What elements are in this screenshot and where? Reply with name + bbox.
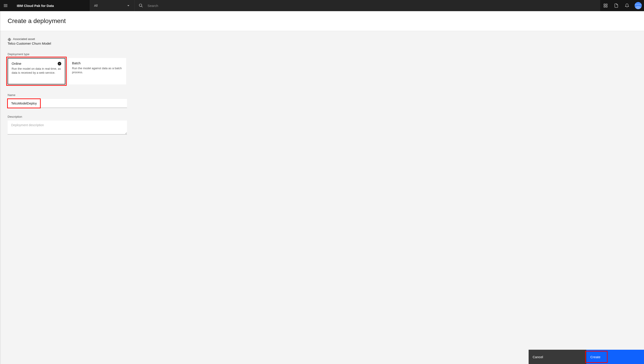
bell-icon[interactable] — [622, 0, 632, 11]
chevron-down-icon — [127, 4, 130, 7]
deployment-card-batch[interactable]: Batch Run the model against data as a ba… — [68, 58, 126, 84]
description-section: Description — [8, 115, 636, 135]
card-title-batch: Batch — [72, 61, 81, 65]
avatar[interactable] — [634, 2, 642, 9]
asset-label: Associated asset — [13, 37, 51, 41]
card-desc-batch: Run the model against data as a batch pr… — [72, 66, 123, 74]
name-section: Name — [8, 93, 636, 108]
content-area: Associated asset Telco Customer Churn Mo… — [0, 31, 644, 149]
asset-name: Telco Customer Churn Model — [8, 42, 51, 45]
card-desc-online: Run the model on data in real-time, as d… — [12, 67, 61, 75]
svg-line-1 — [141, 6, 142, 7]
check-icon — [58, 62, 61, 66]
brand-title: IBM Cloud Pak for Data — [11, 4, 58, 8]
search-icon — [139, 3, 143, 8]
svg-rect-4 — [604, 6, 605, 7]
search-input[interactable] — [143, 4, 600, 8]
svg-rect-3 — [606, 4, 607, 5]
svg-point-0 — [139, 4, 142, 7]
apps-icon[interactable] — [600, 0, 611, 11]
top-header: IBM Cloud Pak for Data All — [0, 0, 644, 11]
name-input[interactable] — [8, 99, 127, 108]
header-icons — [600, 0, 644, 11]
menu-icon[interactable] — [0, 0, 11, 11]
create-button[interactable]: Create — [586, 350, 644, 364]
name-label: Name — [8, 93, 636, 97]
page-title: Create a deployment — [8, 18, 636, 24]
create-button-label: Create — [590, 355, 600, 359]
footer: Cancel Create — [529, 350, 644, 364]
card-title-online: Online — [12, 62, 21, 66]
description-label: Description — [8, 115, 636, 118]
search-section — [134, 0, 600, 11]
svg-rect-5 — [606, 6, 607, 7]
filter-dropdown[interactable]: All — [90, 0, 134, 11]
document-icon[interactable] — [611, 0, 622, 11]
deployment-type-label: Deployment type — [8, 52, 636, 56]
associated-asset: Associated asset Telco Customer Churn Mo… — [8, 37, 636, 45]
cancel-button[interactable]: Cancel — [529, 350, 586, 364]
filter-label: All — [94, 4, 98, 7]
deployment-cards: Online Run the model on data in real-tim… — [8, 58, 636, 84]
svg-rect-2 — [604, 4, 605, 5]
deployment-card-online[interactable]: Online Run the model on data in real-tim… — [8, 58, 65, 84]
description-input[interactable] — [8, 120, 127, 134]
page-title-section: Create a deployment — [0, 11, 644, 31]
